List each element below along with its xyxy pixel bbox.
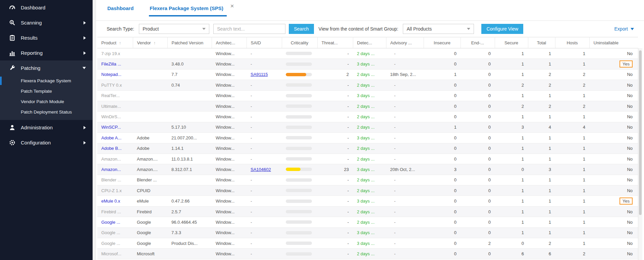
cell-end-of-life: 0: [461, 69, 495, 80]
cell-architecture: Window...: [212, 185, 247, 196]
cell-advisory: -: [386, 154, 424, 164]
search-button[interactable]: Search: [289, 24, 314, 34]
detected-age: 3 days ...: [357, 167, 375, 172]
sidebar-item-label: Scanning: [21, 20, 84, 26]
column-header-secure[interactable]: Secure: [495, 37, 528, 48]
cell-architecture: Window...: [212, 175, 247, 185]
cell-vendor: Blender ...: [133, 175, 167, 185]
chevron-right-icon: [84, 36, 86, 40]
products-table: Product↑Vendor↑Patched VersionArchitec..…: [97, 37, 638, 259]
cell-total: 1: [528, 217, 555, 227]
sidebar-item-flexera-package-system[interactable]: Flexera Package System: [0, 76, 93, 86]
product-name: Google ...: [101, 241, 120, 246]
said-link[interactable]: SA91115: [251, 72, 268, 77]
cell-criticality: [282, 249, 317, 259]
cell-hosts: 1: [555, 217, 589, 227]
cell-criticality: [282, 164, 317, 175]
close-icon[interactable]: ×: [230, 3, 234, 9]
column-header-total[interactable]: Total: [528, 37, 555, 48]
detected-age: 2 days ...: [357, 251, 375, 256]
cell-product: Notepad...: [97, 69, 133, 80]
sidebar-item-configuration[interactable]: Configuration: [0, 135, 93, 150]
cell-uninstallable: No: [589, 101, 638, 111]
column-header-detected[interactable]: Detec...: [353, 37, 386, 48]
product-link[interactable]: WinSCP...: [101, 125, 121, 130]
cell-criticality: [282, 101, 317, 111]
sidebar-item-reporting[interactable]: Reporting: [0, 45, 93, 60]
column-header-uninstallable[interactable]: Uninstallable: [589, 37, 638, 48]
cell-detected: 2 days ...: [353, 112, 386, 122]
sidebar-content-divider[interactable]: [93, 0, 96, 260]
column-header-architecture[interactable]: Architec...: [212, 37, 247, 48]
sidebar-item-patching[interactable]: Patching: [0, 60, 93, 76]
cell-end-of-life: 0: [461, 122, 495, 132]
cell-patched-version: 8.312.07.1: [167, 164, 212, 175]
column-header-threat[interactable]: Threat...: [317, 37, 353, 48]
product-link[interactable]: Amazon...: [101, 167, 121, 172]
product-link[interactable]: Adobe A...: [101, 135, 121, 140]
column-header-vendor[interactable]: Vendor↑: [133, 37, 167, 48]
cell-insecure: 0: [424, 206, 461, 217]
criticality-bar: [286, 231, 312, 234]
column-header-criticality[interactable]: Criticality: [282, 37, 317, 48]
sidebar-item-scanning[interactable]: Scanning: [0, 15, 93, 30]
column-header-insecure[interactable]: Insecure: [424, 37, 461, 48]
sidebar-item-results[interactable]: Results: [0, 30, 93, 45]
cell-threat: -: [317, 143, 353, 154]
cell-total: 6: [528, 249, 555, 259]
column-header-advisory[interactable]: Advisory ...: [386, 37, 424, 48]
criticality-bar: [286, 73, 312, 76]
column-header-hosts[interactable]: Hosts: [555, 37, 589, 48]
product-link[interactable]: eMule 0.x: [101, 199, 120, 204]
bar-chart-icon: [9, 50, 15, 56]
cell-said: -: [247, 59, 282, 69]
smart-group-dropdown[interactable]: All Products: [403, 24, 474, 34]
clipboard-icon: [9, 35, 15, 41]
said-link[interactable]: SA104602: [251, 167, 271, 172]
table-row: Google ...GoogleProduct Dis...Window...-…: [97, 238, 638, 249]
criticality-bar: [286, 115, 312, 119]
sidebar-item-patch-template[interactable]: Patch Template: [0, 86, 93, 96]
column-header-eol[interactable]: End-...: [461, 37, 495, 48]
cell-total: 2: [528, 238, 555, 249]
cell-insecure: 0: [424, 90, 461, 101]
product-link[interactable]: FileZilla ...: [101, 61, 121, 67]
cell-uninstallable: No: [589, 133, 638, 143]
no-value-dash: -: [251, 199, 252, 204]
tab-dashboard[interactable]: Dashboard: [107, 5, 134, 15]
product-link[interactable]: Google ...: [101, 220, 120, 225]
cell-total: 1: [528, 48, 555, 59]
cell-hosts: 1: [555, 48, 589, 59]
sidebar-item-vendor-patch-module[interactable]: Vendor Patch Module: [0, 96, 93, 107]
cell-end-of-life: 0: [461, 154, 495, 164]
product-link[interactable]: Adobe B...: [101, 146, 122, 151]
cell-vendor: [133, 122, 167, 132]
column-header-patched_version[interactable]: Patched Version: [167, 37, 212, 48]
cell-hosts: 2: [555, 101, 589, 111]
cell-patched-version: [167, 90, 212, 101]
sidebar-item-administration[interactable]: Administration: [0, 120, 93, 135]
sidebar-item-patch-deployment-status[interactable]: Patch Deployment Status: [0, 107, 93, 117]
cell-vendor: [133, 101, 167, 111]
cell-uninstallable: Yes: [589, 59, 638, 69]
search-input[interactable]: [213, 24, 285, 34]
cell-threat: -: [317, 122, 353, 132]
cell-secure: 1: [495, 206, 528, 217]
cell-advisory: 20th Oct, 2...: [386, 164, 424, 175]
tab-flexera-package-system-sps[interactable]: Flexera Package System (SPS)×: [149, 5, 226, 16]
cell-total: 1: [528, 112, 555, 122]
sidebar-item-dashboard[interactable]: Dashboard: [0, 0, 93, 15]
column-header-product[interactable]: Product↑: [97, 37, 133, 48]
table-header-row: Product↑Vendor↑Patched VersionArchitec..…: [97, 37, 638, 48]
export-button[interactable]: Export: [614, 26, 634, 32]
cell-advisory: -: [386, 249, 424, 259]
table-scrollbar-thumb[interactable]: [639, 50, 642, 215]
product-link[interactable]: Notepad...: [101, 72, 121, 77]
criticality-bar: [286, 52, 312, 55]
no-value-dash: -: [251, 114, 252, 119]
table-scrollbar[interactable]: [638, 48, 642, 260]
column-header-said[interactable]: SAID: [247, 37, 282, 48]
search-type-dropdown[interactable]: Product: [139, 24, 209, 34]
cell-criticality: [282, 112, 317, 122]
configure-view-button[interactable]: Configure View: [481, 24, 523, 34]
